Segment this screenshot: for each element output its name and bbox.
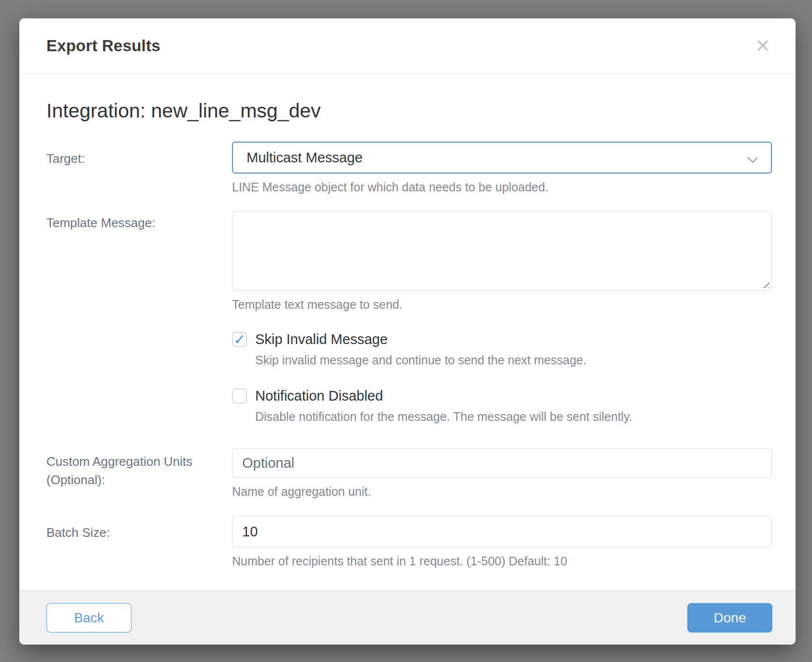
skip-invalid-checkbox[interactable]: ✓ <box>232 332 247 347</box>
target-label: Target: <box>46 142 232 168</box>
skip-invalid-block: ✓ Skip Invalid Message Skip invalid mess… <box>232 331 772 368</box>
integration-heading: Integration: new_line_msg_dev <box>46 99 772 122</box>
skip-invalid-checkbox-row[interactable]: ✓ Skip Invalid Message <box>232 331 772 347</box>
checkbox-group: ✓ Skip Invalid Message Skip invalid mess… <box>232 331 772 424</box>
chevron-down-icon <box>748 153 758 163</box>
aggregation-units-help: Name of aggregation unit. <box>232 484 772 499</box>
aggregation-units-row: Custom Aggregation Units (Optional): Nam… <box>46 448 772 499</box>
dialog-title: Export Results <box>46 37 160 55</box>
target-row: Target: Multicast Message LINE Message o… <box>46 142 772 195</box>
batch-size-label: Batch Size: <box>46 516 232 542</box>
target-select[interactable]: Multicast Message <box>232 142 772 173</box>
batch-size-input[interactable] <box>232 516 772 547</box>
batch-size-help: Number of recipients that sent in 1 requ… <box>232 553 772 569</box>
skip-invalid-label: Skip Invalid Message <box>255 331 388 347</box>
template-message-help: Template text message to send. <box>232 297 772 312</box>
notification-disabled-checkbox-row[interactable]: Notification Disabled <box>232 388 772 404</box>
dialog-footer: Back Done <box>19 590 796 645</box>
back-button[interactable]: Back <box>46 603 131 633</box>
export-results-dialog: Export Results ✕ Integration: new_line_m… <box>19 18 796 645</box>
notification-disabled-label: Notification Disabled <box>255 388 383 404</box>
dialog-body: Integration: new_line_msg_dev Target: Mu… <box>19 74 796 590</box>
done-button[interactable]: Done <box>687 603 772 633</box>
notification-disabled-help: Disable notification for the message. Th… <box>255 409 772 424</box>
notification-disabled-checkbox[interactable] <box>232 389 247 403</box>
target-help: LINE Message object for which data needs… <box>232 179 772 195</box>
skip-invalid-help: Skip invalid message and continue to sen… <box>255 352 772 368</box>
notification-disabled-block: Notification Disabled Disable notificati… <box>232 388 772 424</box>
batch-size-row: Batch Size: Number of recipients that se… <box>46 516 772 569</box>
target-select-value: Multicast Message <box>246 150 362 166</box>
dialog-header: Export Results ✕ <box>19 18 796 74</box>
template-message-row: Template Message: Template text message … <box>46 211 772 312</box>
close-icon[interactable]: ✕ <box>753 35 772 57</box>
aggregation-units-input[interactable] <box>232 448 772 478</box>
template-message-textarea[interactable] <box>232 211 772 291</box>
aggregation-units-label: Custom Aggregation Units (Optional): <box>46 448 232 489</box>
template-message-label: Template Message: <box>46 211 232 232</box>
